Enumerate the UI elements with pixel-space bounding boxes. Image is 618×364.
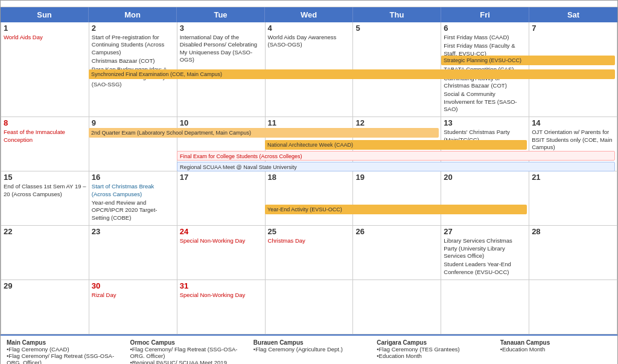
event: International Day of the Disabled Person… (180, 34, 263, 63)
campus-item: •Flag Ceremony (Agriculture Dept.) (253, 346, 365, 353)
footer-campus: Main Campus•Flag Ceremony (CAAD)•Flag Ce… (7, 339, 118, 364)
week-row-3: 222324Special Non-Working Day25Christmas… (1, 226, 617, 280)
day-number: 17 (180, 173, 263, 182)
day-number: 2 (92, 24, 174, 33)
spanning-event: Year-End Activity (EVSU-OCC) (265, 205, 527, 214)
week-row-4: 2930Rizal Day31Special Non-Working Day (1, 280, 617, 334)
event: World Aids Day Awareness (SASO-OGS) (268, 34, 351, 49)
spanning-event: 2nd Quarter Exam (Laboratory School Depa… (89, 128, 439, 138)
footer-campus: Tanauan Campus•Education Month (500, 339, 611, 364)
event: End of Classes 1st Sem AY 19 – 20 (Acros… (4, 183, 86, 198)
campus-name: Ormoc Campus (130, 339, 241, 346)
day-number: 15 (4, 173, 86, 182)
event: Special Non-Working Day (180, 292, 263, 299)
day-cell-7: 8Feast of the Immaculate Conception (1, 117, 89, 171)
event: Start of Pre-registration for Continuing… (92, 34, 174, 56)
event: First Friday Mass (CAAD) (444, 34, 526, 41)
spanning-event: Regional SCUAA Meet @ Naval State Univer… (177, 162, 615, 171)
campus-item: •Education Month (500, 346, 611, 353)
campus-item: •Flag Ceremony/ Flag Retreat (SSG-OSA-OR… (7, 353, 118, 364)
calendar-rows: 1World Aids Day2Start of Pre-registratio… (1, 22, 617, 334)
event: Year-end Review and OPCR/IPCR 2020 Targe… (92, 199, 174, 222)
day-number: 5 (355, 24, 438, 33)
footer-campus: Burauen Campus•Flag Ceremony (Agricultur… (253, 339, 365, 364)
day-number: 13 (444, 118, 526, 127)
day-number: 22 (4, 227, 86, 236)
day-number: 21 (532, 173, 614, 182)
day-cell-21: 22 (1, 226, 89, 280)
day-cell-20: 21 (529, 171, 617, 226)
day-number: 14 (532, 118, 614, 127)
event: World Aids Day (4, 34, 86, 41)
day-header-sun: Sun (1, 7, 89, 22)
day-headers: SunMonTueWedThuFriSat (1, 7, 617, 22)
event: Christmas Day (268, 237, 351, 244)
week-row-1: 8Feast of the Immaculate Conception91011… (1, 117, 617, 171)
day-cell-19: 20 (441, 171, 529, 226)
day-cell-30: 31Special Non-Working Day (177, 280, 266, 334)
event: Library Services Christmas Party (Univer… (444, 237, 526, 260)
day-header-mon: Mon (89, 7, 177, 22)
day-cell-14: 15End of Classes 1st Sem AY 19 – 20 (Acr… (1, 171, 89, 226)
day-cell-34 (529, 280, 617, 334)
footer-campus: Ormoc Campus•Flag Ceremony/ Flag Retreat… (130, 339, 241, 364)
day-header-wed: Wed (265, 7, 353, 22)
day-header-thu: Thu (353, 7, 441, 22)
spanning-event: Final Exam for College Students (Across … (177, 151, 615, 161)
spanning-event: Synchronized Final Examination (COE, Mai… (89, 69, 615, 79)
day-number: 23 (92, 227, 174, 236)
event: Special Non-Working Day (180, 237, 263, 244)
day-header-tue: Tue (177, 7, 265, 22)
day-cell-22: 23 (89, 226, 177, 280)
day-number: 6 (444, 24, 526, 33)
day-number: 10 (180, 118, 263, 127)
spanning-event: National Architecture Week (CAAD) (265, 140, 527, 150)
day-cell-8: 9 (89, 117, 177, 171)
day-cell-27: 28 (529, 226, 617, 280)
day-cell-16: 17 (177, 171, 266, 226)
day-cell-33 (441, 280, 529, 334)
day-cell-29: 30Rizal Day (89, 280, 177, 334)
calendar-header (1, 1, 617, 7)
day-number: 11 (268, 118, 351, 127)
day-number: 25 (268, 227, 351, 236)
day-header-sat: Sat (529, 7, 617, 22)
footer: Main Campus•Flag Ceremony (CAAD)•Flag Ce… (1, 334, 617, 364)
day-number: 9 (92, 118, 174, 127)
campus-item: •Flag Ceremony (TES Grantees) (377, 346, 488, 353)
day-cell-32 (353, 280, 441, 334)
campus-item: •Regional PASUC/ SCUAA Meet 2019 (130, 359, 241, 364)
day-number: 4 (268, 24, 351, 33)
day-number: 20 (444, 173, 526, 182)
week-row-2: 15End of Classes 1st Sem AY 19 – 20 (Acr… (1, 171, 617, 226)
day-number: 8 (4, 118, 86, 127)
day-number: 1 (4, 24, 86, 33)
day-cell-24: 25Christmas Day (266, 226, 354, 280)
campus-item: •Education Month (377, 353, 488, 359)
day-cell-0: 1World Aids Day (1, 22, 89, 117)
event: Social & Community Involvement for TES (… (444, 91, 526, 113)
campus-name: Main Campus (7, 339, 118, 346)
day-number: 28 (532, 227, 614, 236)
day-number: 3 (180, 24, 263, 33)
day-number: 24 (180, 227, 263, 236)
event: Christmas Bazaar (COT) (92, 57, 174, 65)
event: Student Leaders Year-End Conference (EVS… (444, 261, 526, 276)
day-cell-26: 27Library Services Christmas Party (Univ… (441, 226, 529, 280)
campus-name: Tanauan Campus (500, 339, 611, 346)
spanning-event: Strategic Planning (EVSU-OCC) (441, 56, 615, 65)
day-number: 26 (355, 227, 438, 236)
event: Start of Christmas Break (Across Campuse… (92, 183, 174, 198)
day-number: 18 (268, 173, 351, 182)
campus-name: Carigara Campus (377, 339, 488, 346)
day-cell-25: 26 (353, 226, 441, 280)
day-number: 27 (444, 227, 526, 236)
day-cell-18: 19 (353, 171, 441, 226)
campus-name: Burauen Campus (253, 339, 365, 346)
day-number: 31 (180, 281, 263, 290)
event: Rizal Day (92, 292, 174, 299)
day-cell-17: 18 (266, 171, 354, 226)
day-number: 16 (92, 173, 174, 182)
day-number: 12 (355, 118, 438, 127)
week-row-0: 1World Aids Day2Start of Pre-registratio… (1, 22, 617, 117)
